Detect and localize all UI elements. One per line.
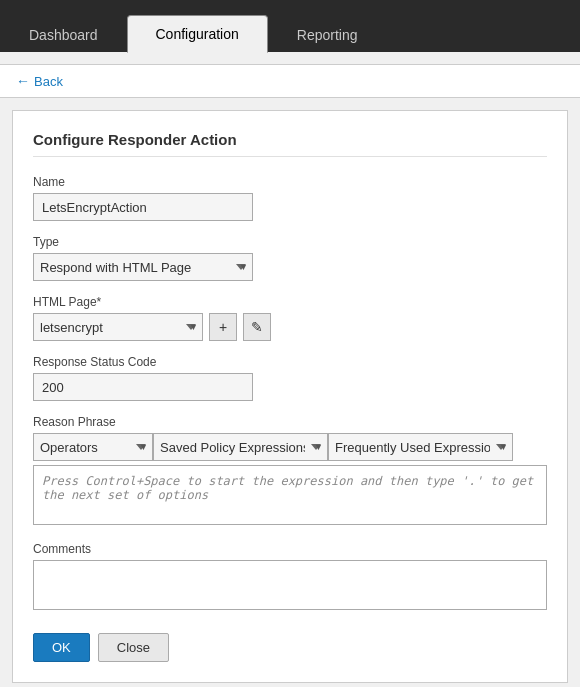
frequent-expressions-select[interactable]: Frequently Used Expressions bbox=[328, 433, 513, 461]
back-bar: ← Back bbox=[0, 64, 580, 98]
top-navigation: Dashboard Configuration Reporting bbox=[0, 0, 580, 52]
edit-icon: ✎ bbox=[251, 319, 263, 335]
close-button[interactable]: Close bbox=[98, 633, 169, 662]
response-status-group: Response Status Code bbox=[33, 355, 547, 401]
comments-group: Comments bbox=[33, 542, 547, 613]
operators-select-wrapper: Operators bbox=[33, 433, 153, 461]
reason-phrase-dropdowns: Operators Saved Policy Expressions Frequ… bbox=[33, 433, 547, 461]
name-group: Name bbox=[33, 175, 547, 221]
type-label: Type bbox=[33, 235, 547, 249]
frequent-expressions-select-wrapper: Frequently Used Expressions bbox=[328, 433, 513, 461]
add-html-page-button[interactable]: + bbox=[209, 313, 237, 341]
edit-html-page-button[interactable]: ✎ bbox=[243, 313, 271, 341]
html-page-group: HTML Page* letsencrypt + ✎ bbox=[33, 295, 547, 341]
response-status-input[interactable] bbox=[33, 373, 253, 401]
expression-textarea[interactable]: Press Control+Space to start the express… bbox=[33, 465, 547, 525]
operators-select[interactable]: Operators bbox=[33, 433, 153, 461]
back-label: Back bbox=[34, 74, 63, 89]
saved-policy-select-wrapper: Saved Policy Expressions bbox=[153, 433, 328, 461]
saved-policy-select[interactable]: Saved Policy Expressions bbox=[153, 433, 328, 461]
back-arrow-icon: ← bbox=[16, 73, 30, 89]
form-card: Configure Responder Action Name Type Res… bbox=[12, 110, 568, 683]
page-content: ← Back Configure Responder Action Name T… bbox=[0, 52, 580, 687]
type-select-wrapper: Respond with HTML Page Redirect Drop Res… bbox=[33, 253, 253, 281]
reason-phrase-group: Reason Phrase Operators Saved Policy Exp… bbox=[33, 415, 547, 528]
tab-dashboard[interactable]: Dashboard bbox=[0, 16, 127, 53]
response-status-label: Response Status Code bbox=[33, 355, 547, 369]
name-label: Name bbox=[33, 175, 547, 189]
name-input[interactable] bbox=[33, 193, 253, 221]
comments-label: Comments bbox=[33, 542, 547, 556]
type-select[interactable]: Respond with HTML Page Redirect Drop Res… bbox=[33, 253, 253, 281]
html-page-select-wrapper: letsencrypt bbox=[33, 313, 203, 341]
tab-reporting[interactable]: Reporting bbox=[268, 16, 387, 53]
html-page-row: letsencrypt + ✎ bbox=[33, 313, 547, 341]
reason-phrase-label: Reason Phrase bbox=[33, 415, 547, 429]
tab-configuration[interactable]: Configuration bbox=[127, 15, 268, 53]
html-page-select[interactable]: letsencrypt bbox=[33, 313, 203, 341]
button-row: OK Close bbox=[33, 633, 547, 662]
type-group: Type Respond with HTML Page Redirect Dro… bbox=[33, 235, 547, 281]
html-page-label: HTML Page* bbox=[33, 295, 547, 309]
back-link[interactable]: ← Back bbox=[16, 73, 63, 89]
form-title: Configure Responder Action bbox=[33, 131, 547, 157]
ok-button[interactable]: OK bbox=[33, 633, 90, 662]
comments-input[interactable] bbox=[33, 560, 547, 610]
